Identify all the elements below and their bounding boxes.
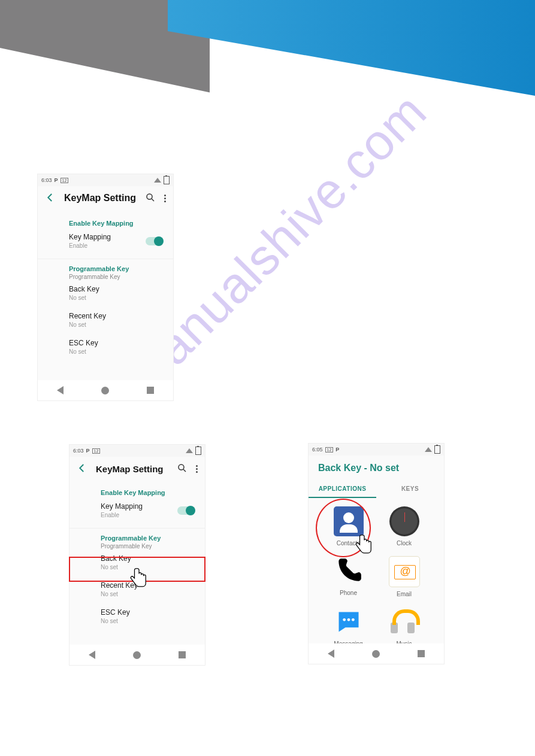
keymapping-sub: Enable: [69, 242, 111, 249]
nav-recent-icon[interactable]: [147, 387, 154, 394]
item-title: ESC Key: [101, 608, 194, 617]
nav-home-icon[interactable]: [133, 651, 141, 659]
app-label: Clock: [397, 540, 412, 546]
p-icon: P: [55, 177, 58, 183]
section-prog: Programmable Key: [69, 264, 162, 274]
keymapping-toggle-row[interactable]: Key Mapping Enable: [101, 497, 194, 524]
screenshot-2: 6:03 P 12 KeyMap Setting Enable Key Mapp…: [69, 444, 205, 666]
svg-point-4: [351, 618, 354, 621]
back-icon[interactable]: [45, 192, 56, 204]
list-item[interactable]: ESC Key No set: [69, 334, 162, 361]
section-enable: Enable Key Mapping: [101, 488, 194, 497]
tab-applications[interactable]: APPLICATIONS: [309, 481, 376, 498]
app-clock[interactable]: Clock: [389, 506, 419, 546]
music-icon: [389, 607, 419, 637]
app-bar: KeyMap Setting: [69, 457, 205, 481]
item-sub: No set: [69, 294, 162, 301]
nav-back-icon[interactable]: [57, 386, 64, 394]
screenshot-3: 6:05 12 P Back Key - No set APPLICATIONS…: [308, 443, 445, 664]
cal-icon: 12: [325, 447, 334, 453]
app-bar: KeyMap Setting: [38, 186, 173, 210]
toggle-switch[interactable]: [146, 237, 162, 245]
email-icon: [389, 556, 420, 587]
tap-hand-icon: [352, 533, 376, 557]
keymapping-toggle-row[interactable]: Key Mapping Enable: [69, 228, 162, 255]
nav-back-icon[interactable]: [89, 651, 95, 659]
status-time: 6:03: [41, 177, 52, 183]
clock-icon: [389, 506, 419, 536]
section-enable: Enable Key Mapping: [69, 218, 162, 228]
nav-home-icon[interactable]: [101, 387, 109, 394]
cal-icon: 12: [92, 448, 101, 454]
app-label: Email: [397, 591, 412, 597]
item-sub: No set: [101, 591, 194, 597]
appbar-title: KeyMap Setting: [64, 193, 137, 204]
keymapping-title: Key Mapping: [101, 502, 143, 511]
svg-point-0: [147, 194, 152, 199]
status-bar: 6:05 12 P: [309, 444, 444, 456]
app-label: Phone: [340, 590, 357, 596]
app-email[interactable]: Email: [389, 556, 420, 597]
battery-icon: [434, 445, 440, 454]
section-prog-sub: Programmable Key: [101, 543, 194, 549]
nav-recent-icon[interactable]: [418, 650, 425, 657]
overflow-icon[interactable]: [164, 195, 166, 202]
toggle-switch[interactable]: [177, 506, 194, 515]
search-icon[interactable]: [145, 192, 156, 204]
battery-icon: [164, 176, 170, 184]
appbar-title: KeyMap Setting: [96, 464, 168, 474]
wifi-icon: [425, 447, 432, 452]
phone-icon: [334, 556, 364, 586]
banner-blue: [168, 0, 535, 96]
cal-icon: 12: [61, 178, 69, 183]
screenshot-1: 6:03 P 12 KeyMap Setting Enable Key Mapp…: [37, 174, 174, 401]
tab-keys[interactable]: KEYS: [376, 481, 444, 498]
status-time: 6:05: [312, 447, 323, 453]
app-messaging[interactable]: Messaging: [334, 607, 364, 647]
svg-point-1: [179, 464, 184, 470]
section-prog: Programmable Key: [101, 533, 194, 543]
list-item[interactable]: Back Key No set: [69, 280, 162, 307]
item-sub: No set: [101, 618, 194, 624]
list-item[interactable]: Recent Key No set: [69, 307, 162, 334]
battery-icon: [195, 447, 201, 455]
status-bar: 6:03 P 12: [69, 445, 205, 457]
item-title: ESC Key: [69, 339, 162, 347]
item-title: Recent Key: [69, 312, 162, 320]
item-sub: No set: [69, 348, 162, 355]
p-icon: P: [86, 448, 90, 454]
tap-hand-icon: [127, 566, 151, 590]
messaging-icon: [334, 607, 364, 637]
status-bar: 6:03 P 12: [38, 174, 173, 186]
nav-recent-icon[interactable]: [179, 651, 186, 658]
tab-bar: APPLICATIONS KEYS: [309, 481, 444, 498]
section-prog-sub: Programmable Key: [69, 274, 162, 280]
item-sub: No set: [69, 321, 162, 328]
page-title: Back Key - No set: [309, 456, 444, 481]
item-title: Back Key: [69, 285, 162, 293]
wifi-icon: [186, 448, 193, 453]
wifi-icon: [154, 178, 161, 183]
search-icon[interactable]: [177, 463, 188, 475]
svg-point-2: [343, 618, 346, 621]
back-icon[interactable]: [77, 463, 87, 475]
svg-point-3: [347, 618, 350, 621]
nav-back-icon[interactable]: [328, 649, 334, 658]
nav-home-icon[interactable]: [372, 650, 380, 658]
list-item[interactable]: ESC Key No set: [101, 603, 194, 630]
keymapping-title: Key Mapping: [69, 233, 111, 241]
app-music[interactable]: Music: [389, 607, 419, 647]
status-time: 6:03: [73, 448, 84, 454]
p-icon: P: [335, 447, 339, 453]
overflow-icon[interactable]: [196, 465, 198, 473]
keymapping-sub: Enable: [101, 512, 143, 518]
app-phone[interactable]: Phone: [334, 556, 364, 597]
